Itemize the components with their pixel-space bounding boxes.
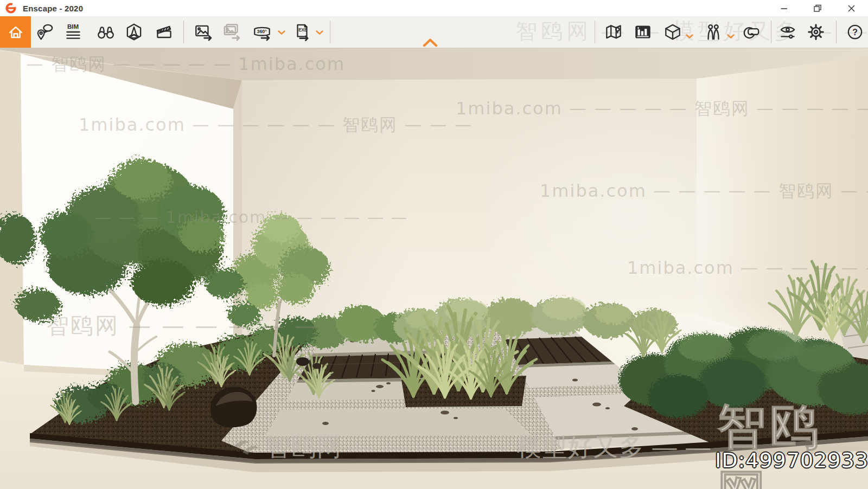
watermark-bottom: 智鸥网 — — — — — 模型好又多 — — xyxy=(232,431,711,464)
enscape-window: Enscape - 2020 智鸥网 — — 模型好又多 — — BIM xyxy=(0,0,868,489)
navigation-icon[interactable] xyxy=(124,22,144,42)
home-button[interactable] xyxy=(0,16,31,48)
toolbar-separator xyxy=(836,21,837,43)
toolbar-separator xyxy=(330,21,330,43)
vr-headset-icon[interactable] xyxy=(741,22,762,42)
binoculars-icon[interactable] xyxy=(95,22,116,42)
seagull-logo-icon xyxy=(232,435,263,460)
svg-text:360°: 360° xyxy=(257,29,267,34)
asset-library-icon[interactable] xyxy=(633,22,653,42)
export-image-icon[interactable] xyxy=(193,22,214,42)
panorama-dropdown-icon[interactable] xyxy=(278,30,285,35)
watermark-large: 智鸥网 xyxy=(717,394,868,489)
svg-text:BIM: BIM xyxy=(67,23,79,30)
site-context-icon[interactable] xyxy=(34,22,55,42)
collapse-toolbar-icon[interactable] xyxy=(423,38,438,47)
exe-export-icon[interactable]: EXE xyxy=(292,22,312,42)
exe-dropdown-icon[interactable] xyxy=(316,30,323,35)
panorama-icon[interactable]: 360° xyxy=(252,22,272,42)
toolbar-separator xyxy=(595,21,595,43)
minimize-button[interactable] xyxy=(767,0,801,16)
video-editor-icon[interactable] xyxy=(154,22,175,42)
people-icon[interactable] xyxy=(703,22,724,42)
home-icon xyxy=(7,23,25,41)
toolbar-separator xyxy=(183,21,184,43)
help-icon[interactable]: ? xyxy=(845,22,865,42)
svg-text:EXE: EXE xyxy=(298,28,308,33)
toolbar-separator xyxy=(771,21,771,43)
model-cube-icon[interactable] xyxy=(662,22,683,42)
mini-map-icon[interactable] xyxy=(603,22,624,42)
people-dropdown-icon[interactable] xyxy=(727,34,735,38)
svg-text:?: ? xyxy=(852,28,858,37)
model-dropdown-icon[interactable] xyxy=(686,34,693,38)
watermark-id: ID:499702933 xyxy=(715,448,868,472)
window-title: Enscape - 2020 xyxy=(23,4,83,13)
title-bar: Enscape - 2020 xyxy=(0,0,868,16)
visual-settings-icon[interactable] xyxy=(777,22,798,42)
bim-icon[interactable]: BIM xyxy=(63,22,84,42)
enscape-logo xyxy=(5,2,17,14)
close-button[interactable] xyxy=(834,0,868,16)
settings-gear-icon[interactable] xyxy=(806,22,826,42)
batch-export-icon[interactable] xyxy=(221,22,242,42)
toolbar: 智鸥网 — — 模型好又多 — — BIM xyxy=(0,16,868,48)
restore-button[interactable] xyxy=(801,0,834,16)
render-viewport[interactable]: — 智鸥网 — — — — — 1miba.com 1miba.com — — … xyxy=(0,48,868,489)
